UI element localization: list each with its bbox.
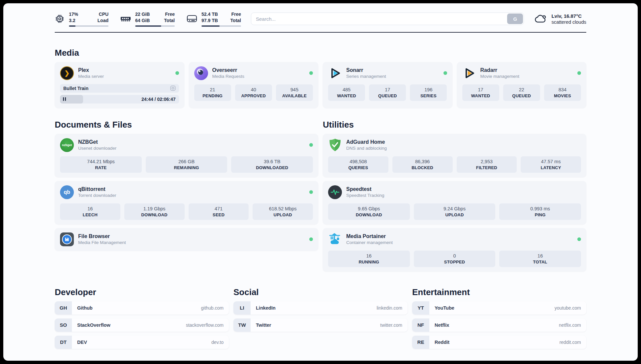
stat-label: MOVIES bbox=[546, 93, 579, 98]
stat-value: 16 bbox=[62, 206, 118, 211]
stat-box: 16RUNNING bbox=[328, 251, 410, 267]
link-url: twitter.com bbox=[380, 322, 408, 328]
stat-label: AVAILABLE bbox=[278, 93, 311, 98]
section-title-media: Media bbox=[55, 48, 586, 58]
app-card-radarr[interactable]: Radarr Movie management 17WANTED 22QUEUE… bbox=[457, 62, 587, 108]
app-title: Media Portainer bbox=[346, 233, 393, 239]
app-title: AdGuard Home bbox=[346, 139, 387, 145]
cpu-load-value: 3.2 bbox=[69, 17, 75, 24]
link-stackoverflow[interactable]: SO StackOverflow stackoverflow.com bbox=[55, 318, 229, 332]
social-column: Social LI LinkedIn linkedin.com TW Twitt… bbox=[233, 287, 408, 332]
stat-label: APPROVED bbox=[237, 93, 270, 98]
radarr-icon bbox=[462, 66, 476, 80]
stat-label: TOTAL bbox=[501, 259, 579, 264]
disk-progress-bar bbox=[201, 25, 241, 27]
app-card-speedtest[interactable]: Speedtest Speedtest Tracking 9.65 GbpsDO… bbox=[323, 181, 586, 224]
link-linkedin[interactable]: LI LinkedIn linkedin.com bbox=[233, 301, 408, 315]
stat-box: 17WANTED bbox=[462, 84, 499, 101]
app-card-qbittorrent[interactable]: qb qBittorrent Torrent downloader 16LEEC… bbox=[55, 181, 318, 224]
stat-value: 39.6 TB bbox=[233, 159, 311, 164]
stat-label: BLOCKED bbox=[394, 165, 451, 170]
search-input[interactable] bbox=[251, 13, 524, 25]
status-online-dot bbox=[577, 237, 581, 241]
link-abbr-badge: LI bbox=[233, 301, 251, 315]
stat-box: 39.6 TBDOWNLOADED bbox=[231, 156, 313, 173]
search-bar: G bbox=[251, 13, 524, 25]
stat-value: 16 bbox=[330, 253, 408, 258]
stat-label: PING bbox=[501, 212, 579, 217]
app-title: Overseerr bbox=[212, 67, 245, 73]
stat-value: 47.57 ms bbox=[523, 159, 579, 164]
link-name: LinkedIn bbox=[251, 305, 276, 311]
stat-value: 2,953 bbox=[459, 159, 515, 164]
stat-box: 196SERIES bbox=[410, 84, 447, 101]
stat-box: 0STOPPED bbox=[414, 251, 496, 267]
link-url: reddit.com bbox=[560, 340, 586, 345]
app-card-overseerr[interactable]: Overseerr Media Requests 21PENDING 40APP… bbox=[189, 62, 319, 108]
disk-icon bbox=[187, 15, 197, 23]
search-engine-button[interactable]: G bbox=[507, 14, 523, 24]
link-github[interactable]: GH Github github.com bbox=[55, 301, 229, 315]
app-card-portainer[interactable]: Media Portainer Container management 16R… bbox=[323, 228, 586, 271]
app-title: File Browser bbox=[78, 233, 126, 239]
app-card-nzbget[interactable]: nzbget NZBGet Usenet downloader 744.21 M… bbox=[55, 134, 318, 177]
stat-label: UPLOAD bbox=[255, 212, 311, 217]
stat-label: QUEUED bbox=[505, 93, 538, 98]
cloud-icon bbox=[534, 14, 547, 24]
stat-label: RUNNING bbox=[330, 259, 408, 264]
app-title: Plex bbox=[78, 67, 104, 73]
disk-free-value: 52.4 TB bbox=[201, 11, 218, 17]
app-card-plex[interactable]: ❯ Plex Media server Bullet Train 24:44 /… bbox=[55, 62, 184, 108]
app-subtitle: Container management bbox=[346, 240, 393, 245]
link-name: StackOverflow bbox=[72, 322, 110, 328]
cpu-usage-label: CPU bbox=[99, 11, 108, 17]
status-online-dot bbox=[443, 71, 447, 75]
link-twitter[interactable]: TW Twitter twitter.com bbox=[233, 318, 408, 332]
memory-free-label: Free bbox=[165, 11, 175, 17]
link-reddit[interactable]: RE Reddit reddit.com bbox=[412, 336, 586, 349]
memory-free-value: 22 GiB bbox=[135, 11, 150, 17]
section-title-social: Social bbox=[233, 287, 408, 297]
sonarr-icon bbox=[328, 66, 342, 80]
weather-widget: Lviv, 16.87°C scattered clouds bbox=[534, 13, 586, 25]
app-card-sonarr[interactable]: Sonarr Series management 485WANTED 17QUE… bbox=[323, 62, 452, 108]
app-title: Speedtest bbox=[346, 186, 384, 192]
cast-screen-icon[interactable] bbox=[170, 85, 176, 91]
stat-value: 471 bbox=[191, 206, 247, 211]
app-card-filebrowser[interactable]: File Browser Media File Management bbox=[55, 228, 318, 251]
stat-value: 0 bbox=[416, 253, 494, 258]
link-dev-to[interactable]: DT DEV dev.to bbox=[55, 336, 229, 349]
stat-label: PENDING bbox=[196, 93, 229, 98]
stat-label: DOWNLOADED bbox=[233, 165, 311, 170]
link-url: stackoverflow.com bbox=[186, 322, 229, 328]
stat-box: 9.24 GbpsUPLOAD bbox=[414, 203, 496, 220]
playback-progress-fill bbox=[60, 95, 83, 104]
filebrowser-icon bbox=[60, 232, 74, 246]
stat-box: 17QUEUED bbox=[369, 84, 406, 101]
status-online-dot bbox=[577, 71, 581, 75]
stat-box: 2,953FILTERED bbox=[457, 156, 517, 173]
nzbget-icon: nzbget bbox=[60, 138, 74, 152]
link-abbr-badge: YT bbox=[412, 301, 429, 315]
pause-icon[interactable] bbox=[63, 96, 67, 102]
stat-box: 22QUEUED bbox=[503, 84, 540, 101]
app-subtitle: Speedtest Tracking bbox=[346, 193, 384, 198]
section-title-utilities: Utilities bbox=[323, 120, 586, 130]
stat-value: 21 bbox=[196, 87, 229, 92]
section-title-developer: Developer bbox=[55, 287, 229, 297]
entertainment-column: Entertainment YT YouTube youtube.com NF … bbox=[412, 287, 586, 349]
section-title-entertainment: Entertainment bbox=[412, 287, 586, 297]
playback-progress-bar[interactable]: 24:44 / 02:06:47 bbox=[60, 95, 179, 104]
stat-label: FILTERED bbox=[459, 165, 515, 170]
disk-total-value: 97.9 TB bbox=[201, 17, 218, 24]
stat-label: REMAINING bbox=[148, 165, 226, 170]
link-abbr-badge: GH bbox=[55, 301, 72, 315]
disk-total-label: Total bbox=[230, 17, 241, 24]
section-title-documents: Documents & Files bbox=[55, 120, 318, 130]
plex-icon: ❯ bbox=[60, 66, 74, 80]
link-youtube[interactable]: YT YouTube youtube.com bbox=[412, 301, 586, 315]
stat-box: 9.65 GbpsDOWNLOAD bbox=[328, 203, 410, 220]
stat-box: 471SEED bbox=[189, 203, 249, 220]
link-netflix[interactable]: NF Netflix netflix.com bbox=[412, 318, 586, 332]
app-card-adguard[interactable]: AdGuard Home DNS and adblocking 498,508Q… bbox=[323, 134, 586, 177]
